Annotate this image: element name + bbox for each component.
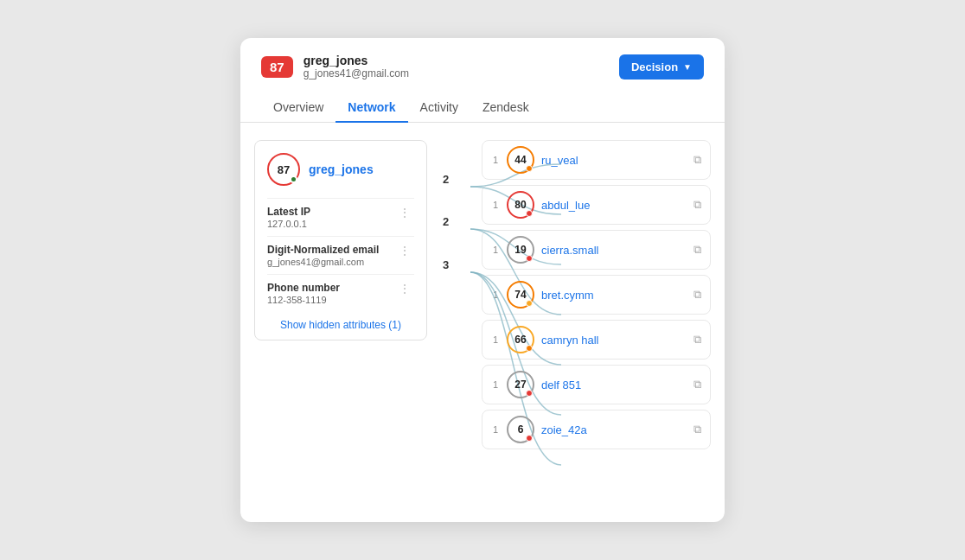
user-info: greg_jones g_jones41@gmail.com [304,54,409,80]
external-link-icon-ru-veal[interactable]: ⧉ [693,153,701,167]
conn-count-4: 1 [491,290,500,300]
main-score-value: 87 [278,163,290,176]
header: 87 greg_jones g_jones41@gmail.com Decisi… [240,38,725,80]
connected-user-abdul-lue: 1 80 abdul_lue ⧉ [482,185,711,225]
external-link-icon-delf-851[interactable]: ⧉ [693,378,701,391]
decision-label: Decision [631,60,678,73]
external-link-icon-cierra-small[interactable]: ⧉ [693,243,701,257]
conn-name-abdul-lue[interactable]: abdul_lue [541,199,687,212]
email-label: g_jones41@gmail.com [304,67,409,80]
external-link-icon-camryn-hall[interactable]: ⧉ [693,333,701,347]
score-ring-camryn-hall: 66 [507,326,534,353]
external-link-icon-bret-cymm[interactable]: ⧉ [693,288,701,302]
conn-count-2: 1 [491,200,500,210]
external-link-icon-abdul-lue[interactable]: ⧉ [693,198,701,212]
conn-name-delf-851[interactable]: delf 851 [541,379,687,391]
main-card: 87 greg_jones g_jones41@gmail.com Decisi… [240,38,725,522]
attr-value-email: g_jones41@gmail.com [267,257,379,267]
external-link-icon-zoie-42a[interactable]: ⧉ [693,423,701,436]
connected-user-ru-veal: 1 44 ru_veal ⧉ [482,140,711,180]
attr-menu-icon-phone[interactable]: ⋮ [395,282,414,296]
conn-count-7: 1 [491,424,500,435]
header-left: 87 greg_jones g_jones41@gmail.com [261,54,409,80]
tab-zendesk[interactable]: Zendesk [470,93,541,123]
conn-name-ru-veal[interactable]: ru_veal [541,154,687,167]
left-panel: 87 greg_jones Latest IP 127.0.0.1 ⋮ Digi [254,140,427,449]
connected-user-cierra-small: 1 19 cierra.small ⧉ [482,230,711,270]
score-ring-zoie-42a: 6 [507,416,534,443]
status-dot-abdul-lue [526,210,533,217]
score-ring-delf-851: 27 [507,371,534,398]
attr-value-phone: 112-358-1119 [267,295,340,305]
connected-user-delf-851: 1 27 delf 851 ⧉ [482,365,711,404]
status-dot-zoie-42a [526,435,533,442]
attr-label-phone: Phone number [267,282,340,294]
main-username[interactable]: greg_jones [309,162,374,176]
status-dot-cierra-small [526,255,533,262]
status-dot-camryn-hall [526,345,533,352]
show-hidden-link[interactable]: Show hidden attributes (1) [267,312,414,331]
conn-count-1: 1 [491,155,500,165]
attr-value-ip: 127.0.0.1 [267,219,310,229]
score-ring-bret-cymm: 74 [507,281,534,309]
status-dot-delf-851 [526,390,533,397]
tab-network[interactable]: Network [336,93,407,123]
score-ring-abdul-lue: 80 [507,191,534,219]
tabs: Overview Network Activity Zendesk [240,85,725,123]
status-dot-ru-veal [526,165,533,172]
decision-button[interactable]: Decision ▼ [619,54,704,80]
conn-name-bret-cymm[interactable]: bret.cymm [541,289,687,302]
connected-user-camryn-hall: 1 66 camryn hall ⧉ [482,320,711,360]
status-dot-bret-cymm [526,300,533,307]
tab-activity[interactable]: Activity [408,93,470,123]
middle-counts: 2 2 3 [434,140,482,449]
attr-menu-icon-email[interactable]: ⋮ [395,244,414,258]
tab-overview[interactable]: Overview [261,93,336,123]
attr-row-phone: Phone number 112-358-1119 ⋮ [267,274,414,312]
main-user-card: 87 greg_jones Latest IP 127.0.0.1 ⋮ Digi [254,140,427,340]
conn-count-3: 1 [491,245,500,255]
attr-label-ip: Latest IP [267,206,310,218]
score-ring-ru-veal: 44 [507,146,534,174]
connected-user-bret-cymm: 1 74 bret.cymm ⧉ [482,275,711,315]
score-ring-cierra-small: 19 [507,236,534,264]
content-area: 87 greg_jones Latest IP 127.0.0.1 ⋮ Digi [240,123,725,467]
count-ip: 2 [443,173,449,186]
right-panel: 1 44 ru_veal ⧉ 1 80 abdul_lue [482,140,711,449]
count-phone: 3 [443,258,449,271]
username-label: greg_jones [304,54,409,67]
attr-menu-icon-ip[interactable]: ⋮ [395,206,414,220]
count-email: 2 [443,215,449,228]
main-user-row: 87 greg_jones [267,153,414,186]
conn-count-5: 1 [491,334,500,345]
attr-row-ip: Latest IP 127.0.0.1 ⋮ [267,198,414,236]
main-score-ring: 87 [267,153,300,186]
conn-name-camryn-hall[interactable]: camryn hall [541,334,687,347]
score-badge: 87 [261,56,293,78]
connected-user-zoie-42a: 1 6 zoie_42a ⧉ [482,410,711,449]
conn-name-cierra-small[interactable]: cierra.small [541,244,687,257]
main-status-dot [290,175,297,183]
network-area: 2 2 3 1 44 ru_veal ⧉ [427,140,711,449]
attr-label-email: Digit-Normalized email [267,244,379,256]
attr-row-email: Digit-Normalized email g_jones41@gmail.c… [267,236,414,274]
chevron-down-icon: ▼ [683,62,692,72]
conn-name-zoie-42a[interactable]: zoie_42a [541,423,687,436]
conn-count-6: 1 [491,379,500,390]
